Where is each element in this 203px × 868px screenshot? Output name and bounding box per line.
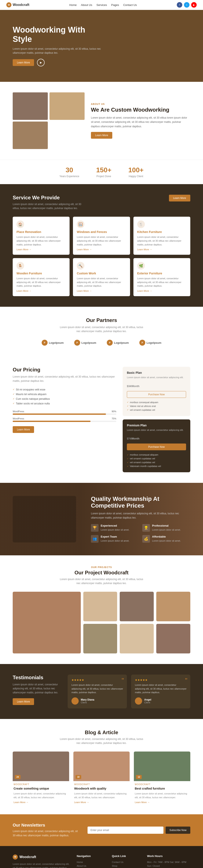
footer-nav-home[interactable]: Home xyxy=(77,861,83,863)
service-link-5[interactable]: Learn More → xyxy=(137,290,152,292)
about-section: About Us We Are Custom Woodworking Lorem… xyxy=(0,82,203,160)
service-name-5: Exterior Furniture xyxy=(137,272,186,275)
partner-logo-3: P Logolpsum xyxy=(139,340,161,346)
premium-plan-btn[interactable]: Purchase Now xyxy=(127,443,186,450)
footer-logo: W Woodcraft xyxy=(13,855,70,860)
service-link-4[interactable]: Learn More → xyxy=(77,290,92,292)
newsletter-subscribe-btn[interactable]: Subscribe Now xyxy=(166,827,190,834)
about-learn-btn[interactable]: Learn More xyxy=(91,132,112,139)
pricing-feature-0: Sit mi oroqupies velit esse xyxy=(13,387,116,392)
blog-desc: Lorem ipsum dolor sit amet, consectetur … xyxy=(59,737,144,745)
testimonials-btn[interactable]: Learn More xyxy=(13,698,34,705)
testimonial-stars-1: ★★★★★ xyxy=(135,678,186,682)
quality-item-title-0: Experienced xyxy=(100,524,129,527)
pricing-feature-1: Mauris tel vehicula aliquam xyxy=(13,392,116,397)
about-tag: About Us xyxy=(91,103,190,105)
quality-left xyxy=(13,496,85,542)
footer-quick-contact[interactable]: Contact Us xyxy=(112,861,123,863)
facebook-icon[interactable]: f xyxy=(177,2,182,8)
service-link-3[interactable]: Learn More → xyxy=(17,290,31,292)
quality-item-text-0: Experienced Lorem ipsum dolor sit amet. xyxy=(100,524,129,532)
blog-link-1[interactable]: Learn More → xyxy=(74,801,89,804)
newsletter-email-input[interactable] xyxy=(88,827,164,834)
testimonial-stars-0: ★★★★★ xyxy=(71,678,123,682)
progress-label-1: WordPress 90% xyxy=(13,410,116,413)
project-img-1 xyxy=(83,592,117,621)
progress-bg-1 xyxy=(13,413,116,415)
testimonial-author-1: Angel Client xyxy=(135,698,186,705)
quality-desc: Lorem ipsum dolor sit amet, consectetur … xyxy=(91,512,190,520)
hero-learn-btn[interactable]: Learn More xyxy=(13,59,34,66)
hero-play-btn[interactable]: ▶ xyxy=(37,59,45,66)
partner-logo-1: P Logolpsum xyxy=(74,340,96,346)
service-name-2: Kitchen Furniture xyxy=(137,230,186,234)
pricing-feature-3: Tabler sociis rel arculace nulla xyxy=(13,401,116,406)
blog-card-body-0: Woodcraft Create something unique Lorem … xyxy=(13,783,69,804)
footer-nav-about[interactable]: About Us xyxy=(77,865,86,867)
hero-title: Woodworking With Style xyxy=(13,25,102,44)
nav-home[interactable]: Home xyxy=(69,3,77,6)
services-learn-btn[interactable]: Learn More xyxy=(169,195,190,202)
quality-item-title-1: Professional xyxy=(152,524,181,527)
quality-icon-3: 💰 xyxy=(142,535,150,542)
quote-icon-0: " xyxy=(122,677,124,683)
testimonial-text-0: Lorem ipsum dolor sit amet, consectetur … xyxy=(71,683,123,694)
stats-section: 30 Years Experience 150+ Project Done 10… xyxy=(0,160,203,184)
footer-quick-shop[interactable]: Shop xyxy=(112,865,117,867)
footer-quick: Quick Link Contact Us Shop Blog FAQ xyxy=(112,855,141,868)
blog-date-2: 12 xyxy=(136,775,142,779)
hero-text: Lorem ipsum dolor sit amet, consectetur … xyxy=(13,47,102,55)
premium-feature-0: moribus consequat aliquam xyxy=(127,453,186,457)
service-link-1[interactable]: Learn More → xyxy=(77,248,92,251)
partners-logos: P Logolpsum P Logolpsum P Logolpsum P Lo… xyxy=(13,340,190,346)
testimonial-card-1: " ★★★★★ Lorem ipsum dolor sit amet, cons… xyxy=(131,675,190,708)
testimonial-role-1: Client xyxy=(144,701,151,704)
quality-item-text-3: Affordable Lorem ipsum dolor sit amet. xyxy=(152,535,181,542)
service-icon-4: 🔨 xyxy=(77,262,84,270)
navbar: W Woodcraft Home About Us Services Pages… xyxy=(0,0,203,10)
nav-pages[interactable]: Pages xyxy=(111,3,119,6)
nav-services[interactable]: Services xyxy=(96,3,107,6)
partner-icon-0: P xyxy=(42,340,48,346)
blog-link-0[interactable]: Learn More → xyxy=(13,801,28,804)
partner-icon-1: P xyxy=(74,340,80,346)
stat-projects: 150+ Project Done xyxy=(96,166,111,178)
services-desc: Lorem ipsum dolor sit amet, consectetur … xyxy=(13,202,85,210)
progress-bg-2 xyxy=(13,421,116,422)
newsletter-section: Our Newsletters Lorem ipsum dolor sit am… xyxy=(0,814,203,846)
premium-feature-2: vel ornaret cupidatas vel xyxy=(127,460,186,464)
hero-buttons: Learn More ▶ xyxy=(13,59,102,66)
pricing-learn-btn[interactable]: Learn More xyxy=(13,426,34,433)
blog-section: Blog & Article Lorem ipsum dolor sit ame… xyxy=(0,719,203,814)
testimonials-title: Testimonials xyxy=(13,675,59,681)
blog-card-0: 24 Woodcraft Create something unique Lor… xyxy=(13,751,69,804)
service-text-5: Lorem ipsum dolor sit amet, consectetur … xyxy=(137,277,186,288)
pricing-features-list: Sit mi oroqupies velit esse Mauris tel v… xyxy=(13,387,116,406)
testimonial-author-info-1: Angel Client xyxy=(144,698,151,704)
brand-logo[interactable]: W Woodcraft xyxy=(6,2,29,7)
quality-image xyxy=(13,496,76,542)
projects-title: Our Project Woodcraft xyxy=(13,570,190,576)
youtube-icon[interactable]: ▶ xyxy=(191,2,197,8)
services-grid: 🏠 Place Renovation Lorem ipsum dolor sit… xyxy=(13,217,190,296)
service-link-2[interactable]: Learn More → xyxy=(137,248,152,251)
nav-contact[interactable]: Contact Us xyxy=(123,3,137,6)
blog-category-0: Woodcraft xyxy=(13,783,68,785)
service-link-0[interactable]: Learn More → xyxy=(17,248,31,251)
basic-plan-btn[interactable]: Purchase Now xyxy=(127,391,186,398)
about-desc: Lorem ipsum dolor sit amet, consectetur … xyxy=(91,116,190,128)
quality-item-desc-0: Lorem ipsum dolor sit amet. xyxy=(100,528,129,532)
nav-social: f t ▶ xyxy=(177,2,197,8)
blog-link-2[interactable]: Learn More → xyxy=(135,801,149,804)
stat-clients: 100+ Happy Client xyxy=(128,166,144,178)
blog-card-text-0: Lorem ipsum dolor sit amet, consectetur … xyxy=(13,792,68,799)
service-text-1: Lorem ipsum dolor sit amet, consectetur … xyxy=(77,235,126,247)
premium-plan-name: Premium Plan xyxy=(127,424,186,427)
progress-fill-2 xyxy=(13,421,90,422)
footer-nav-links: Home About Us Services Blog Pricing xyxy=(77,860,106,868)
nav-about[interactable]: About Us xyxy=(81,3,92,6)
blog-image-1: 18 xyxy=(74,751,130,781)
twitter-icon[interactable]: t xyxy=(184,2,190,8)
quality-icon-1: 👷 xyxy=(142,524,150,532)
blog-image-2: 12 xyxy=(134,751,190,781)
